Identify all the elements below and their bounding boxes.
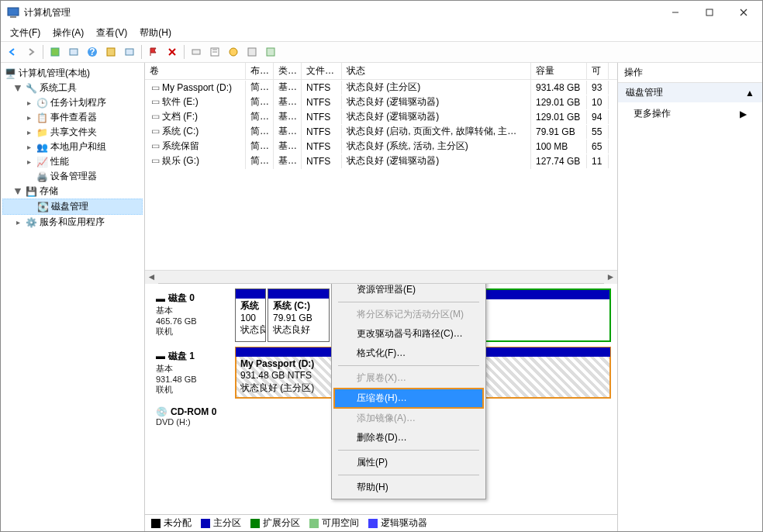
svg-rect-6 [51, 48, 59, 56]
partition-reserved[interactable]: 系统 100 状态良 [235, 288, 266, 342]
wrench-icon: 🔧 [25, 82, 37, 95]
col-fs[interactable]: 文件系统 [302, 63, 342, 79]
legend-bar: 未分配 主分区 扩展分区 可用空间 逻辑驱动器 [145, 514, 617, 531]
expand-icon[interactable]: ⯆ [13, 187, 22, 195]
ctx-props[interactable]: 属性(P) [333, 453, 484, 472]
tree-event-viewer[interactable]: ▸📋事件查看器 [2, 110, 143, 125]
scroll-right-icon[interactable]: ► [604, 271, 617, 284]
ctx-add-mirror: 添加镜像(A)… [333, 409, 484, 428]
tree-system-tools[interactable]: ⯆🔧系统工具 [2, 81, 143, 95]
back-button[interactable] [4, 43, 21, 60]
ctx-help[interactable]: 帮助(H) [333, 478, 484, 497]
disk-map[interactable]: ▬磁盘 0 基本 465.76 GB 联机 系统 100 状态良 系统 (C:) [145, 284, 617, 514]
toolbar-icon-7[interactable] [225, 43, 242, 60]
col-status[interactable]: 状态 [342, 63, 531, 79]
ctx-explorer[interactable]: 资源管理器(E) [333, 284, 484, 299]
tree-device-manager[interactable]: 🖨️设备管理器 [2, 169, 143, 184]
volume-row[interactable]: ▭软件 (E:)简单基本NTFS状态良好 (逻辑驱动器)129.01 GB10 [145, 95, 617, 109]
col-layout[interactable]: 布局 [246, 63, 274, 79]
expand-icon[interactable]: ▸ [24, 128, 33, 136]
help-icon[interactable]: ? [84, 43, 101, 60]
svg-text:?: ? [89, 47, 95, 57]
menu-view[interactable]: 查看(V) [90, 25, 133, 41]
collapse-icon[interactable]: ▲ [745, 88, 754, 98]
legend-extended: 扩展分区 [250, 516, 300, 530]
ctx-shrink[interactable]: 压缩卷(H)… [333, 388, 484, 409]
forward-button[interactable] [22, 43, 40, 60]
disk-info-0[interactable]: ▬磁盘 0 基本 465.76 GB 联机 [151, 288, 232, 342]
volume-row[interactable]: ▭系统 (C:)简单基本NTFS状态良好 (启动, 页面文件, 故障转储, 主分… [145, 124, 617, 139]
toolbar-icon-3[interactable] [102, 43, 119, 60]
scroll-left-icon[interactable]: ◄ [145, 271, 158, 284]
expand-icon[interactable]: ▸ [24, 113, 33, 122]
tree-disk-mgmt[interactable]: 💽磁盘管理 [2, 199, 143, 215]
context-menu[interactable]: 打开(O) 资源管理器(E) 将分区标记为活动分区(M) 更改驱动器号和路径(C… [331, 284, 486, 499]
ctx-change-letter[interactable]: 更改驱动器号和路径(C)… [333, 324, 484, 344]
maximize-button[interactable] [692, 1, 727, 24]
ctx-delete[interactable]: 删除卷(D)… [333, 428, 484, 447]
toolbar-icon-4[interactable] [121, 43, 138, 60]
expand-icon[interactable]: ▸ [24, 98, 33, 107]
volume-icon: ▭ [150, 82, 161, 93]
svg-rect-18 [267, 48, 274, 56]
volume-icon: ▭ [150, 126, 161, 136]
expand-icon[interactable]: ▸ [24, 143, 33, 151]
legend-unalloc: 未分配 [151, 516, 192, 530]
actions-header: 操作 [618, 63, 762, 83]
close-button[interactable] [727, 1, 761, 24]
expand-icon[interactable]: ⯆ [13, 84, 22, 92]
minimize-button[interactable] [658, 1, 692, 24]
volume-row[interactable]: ▭文档 (F:)简单基本NTFS状态良好 (逻辑驱动器)129.01 GB94 [145, 109, 617, 124]
tree-root[interactable]: 🖥️计算机管理(本地) [2, 66, 143, 81]
menu-help[interactable]: 帮助(H) [133, 25, 178, 41]
tree-local-users[interactable]: ▸👥本地用户和组 [2, 140, 143, 154]
toolbar-delete-icon[interactable] [164, 43, 181, 60]
toolbar-icon-6[interactable] [206, 43, 223, 60]
toolbar-icon-2[interactable] [65, 43, 82, 60]
svg-rect-10 [107, 48, 115, 56]
volume-row[interactable]: ▭系统保留简单基本NTFS状态良好 (系统, 活动, 主分区)100 MB65 [145, 139, 617, 154]
actions-section[interactable]: 磁盘管理 ▲ [618, 83, 762, 102]
tree-shared-folders[interactable]: ▸📁共享文件夹 [2, 125, 143, 140]
volume-body[interactable]: ▭My Passport (D:)简单基本NTFS状态良好 (主分区)931.4… [145, 80, 617, 270]
app-icon [7, 6, 19, 19]
toolbar-icon-9[interactable] [262, 43, 279, 60]
ctx-format[interactable]: 格式化(F)… [333, 344, 484, 363]
tree-storage[interactable]: ⯆💾存储 [2, 184, 143, 199]
volume-row[interactable]: ▭娱乐 (G:)简单基本NTFS状态良好 (逻辑驱动器)127.74 GB11 [145, 154, 617, 168]
disk-info-cdrom[interactable]: 💿CD-ROM 0 DVD (H:) [151, 403, 232, 430]
col-free[interactable]: 可 [587, 63, 609, 79]
toolbar-flag-icon[interactable] [145, 43, 162, 60]
nav-tree[interactable]: 🖥️计算机管理(本地) ⯆🔧系统工具 ▸🕒任务计划程序 ▸📋事件查看器 ▸📁共享… [1, 63, 145, 531]
toolbar-icon-5[interactable] [188, 43, 205, 60]
expand-icon[interactable]: ▸ [13, 218, 22, 226]
storage-icon: 💾 [25, 185, 37, 198]
actions-pane: 操作 磁盘管理 ▲ 更多操作 ▶ [618, 63, 762, 531]
svg-rect-17 [248, 48, 256, 56]
volume-row[interactable]: ▭My Passport (D:)简单基本NTFS状态良好 (主分区)931.4… [145, 80, 617, 95]
partition-c[interactable]: 系统 (C:) 79.91 GB 状态良好 [268, 288, 330, 342]
tree-task-scheduler[interactable]: ▸🕒任务计划程序 [2, 95, 143, 110]
menu-action[interactable]: 操作(A) [47, 25, 90, 41]
horizontal-scrollbar[interactable]: ◄ ► [145, 270, 617, 283]
disk-info-1[interactable]: ▬磁盘 1 基本 931.48 GB 联机 [151, 347, 232, 399]
svg-rect-14 [192, 50, 200, 54]
volume-icon: ▭ [150, 140, 161, 151]
disk-icon: 💽 [36, 201, 49, 213]
center-panel: 卷 布局 类型 文件系统 状态 容量 可 ▭My Passport (D:)简单… [145, 63, 618, 531]
svg-rect-3 [706, 9, 713, 16]
legend-primary: 主分区 [201, 516, 241, 530]
col-name[interactable]: 卷 [145, 63, 246, 79]
menu-file[interactable]: 文件(F) [4, 25, 47, 41]
actions-more[interactable]: 更多操作 ▶ [618, 102, 762, 125]
tree-services[interactable]: ▸⚙️服务和应用程序 [2, 215, 143, 230]
menubar: 文件(F) 操作(A) 查看(V) 帮助(H) [1, 24, 762, 41]
toolbar-icon-1[interactable] [47, 43, 64, 60]
col-type[interactable]: 类型 [274, 63, 302, 79]
content-area: 🖥️计算机管理(本地) ⯆🔧系统工具 ▸🕒任务计划程序 ▸📋事件查看器 ▸📁共享… [1, 63, 762, 531]
toolbar-icon-8[interactable] [243, 43, 261, 60]
tree-performance[interactable]: ▸📈性能 [2, 154, 143, 169]
expand-icon[interactable]: ▸ [24, 157, 33, 166]
col-capacity[interactable]: 容量 [531, 63, 587, 79]
disk-icon: ▬ [156, 293, 165, 304]
